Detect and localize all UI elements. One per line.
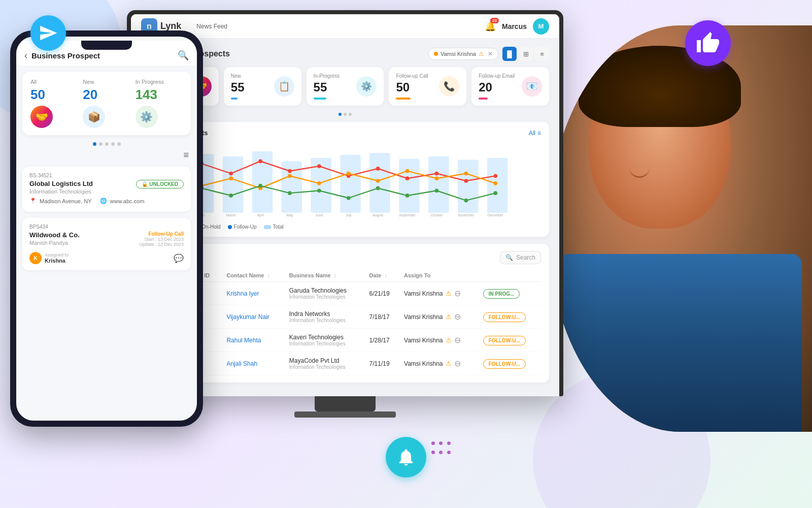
phone-dot-3[interactable]: [105, 142, 109, 146]
dot-2: [439, 441, 443, 445]
stat-new[interactable]: New 55 📋: [224, 67, 301, 106]
svg-point-34: [258, 160, 262, 164]
chart-filter-button[interactable]: All ≡: [529, 130, 541, 137]
sort-business[interactable]: ↕: [334, 273, 336, 278]
row-1-biz-name[interactable]: Garuda Technologies: [289, 287, 361, 294]
sort-date[interactable]: ↕: [385, 273, 387, 278]
phone-item-2-sub: Manish Pandya: [29, 240, 80, 246]
svg-point-57: [229, 194, 233, 198]
svg-point-53: [464, 172, 468, 176]
row-1-assign-cell: Vamsi Krishna ⚠ ⊖: [404, 289, 475, 298]
row-4-warning: ⚠: [446, 360, 452, 367]
table-row[interactable]: 4 BPS126 Anjali Shah MayaCode Pvt Ltd In…: [149, 352, 541, 375]
phone-filter-icon[interactable]: ≡: [183, 150, 189, 161]
location-icon: 📍: [29, 198, 37, 204]
nav-item-news-feed[interactable]: News Feed: [196, 21, 227, 32]
row-2-biz-name[interactable]: Indra Networks: [289, 310, 361, 318]
row-2-assign: Vamsi Krishna ⚠ ⊖: [400, 305, 479, 329]
notification-badge: 23: [490, 18, 499, 23]
row-4-contact[interactable]: Anjali Shah: [222, 352, 285, 375]
svg-text:March: March: [226, 213, 236, 217]
row-2-status: FOLLOW-U...: [479, 305, 541, 329]
filter-chip-close[interactable]: ✕: [488, 50, 493, 57]
bell-icon-bottom[interactable]: [386, 437, 426, 478]
phone-list-item-1[interactable]: BS-34521 Global Logistics Ltd Informatio…: [22, 167, 191, 212]
svg-text:October: October: [430, 213, 443, 217]
carousel-dot-1[interactable]: [339, 113, 342, 116]
view-grid[interactable]: ⊞: [519, 47, 533, 61]
filter-chip[interactable]: Vamsi Krishna ⚠ ✕: [428, 48, 498, 60]
stat-inprogress-left: In-Progress 55: [314, 73, 340, 100]
phone-back-button[interactable]: ‹: [24, 50, 27, 61]
row-1-contact[interactable]: Krishna Iyer: [222, 282, 285, 305]
stat-inprogress-label: In-Progress: [314, 73, 340, 79]
phone-item-1-sub: Information Technologies: [29, 188, 93, 195]
phone-dot-2[interactable]: [99, 142, 103, 146]
stat-followup-call-bar: [396, 98, 411, 100]
row-4-minus[interactable]: ⊖: [454, 359, 461, 368]
legend-onhold-label: On-Hold: [201, 224, 220, 230]
stat-followup-email[interactable]: Follow-up Email 20 📧: [471, 67, 549, 106]
table-row[interactable]: 1 BPS123 Krishna Iyer Garuda Technologie…: [149, 282, 541, 305]
sort-contact[interactable]: ↕: [267, 273, 269, 278]
carousel-dot-3[interactable]: [349, 113, 352, 116]
svg-point-58: [258, 184, 262, 188]
stat-inprogress[interactable]: In-Progress 55 ⚙️: [307, 67, 384, 106]
view-bar-chart[interactable]: ▐▌: [502, 47, 517, 61]
row-3-biz-name[interactable]: Kaveri Technologies: [289, 334, 361, 341]
phone-stat-inprogress-label: In Progress: [136, 79, 183, 85]
svg-text:July: July: [346, 213, 352, 217]
thumbsup-icon: [685, 20, 731, 66]
phone-list-item-2[interactable]: BPS434 Wildwood & Co. Manish Pandya Foll…: [22, 218, 191, 270]
view-list[interactable]: ≡: [535, 47, 549, 61]
row-2-contact[interactable]: Vijaykumar Nair: [222, 305, 285, 329]
svg-point-60: [317, 188, 321, 193]
row-2-minus[interactable]: ⊖: [454, 312, 461, 322]
app-header-right: 🔔 23 Marcus M: [485, 18, 549, 35]
row-3-status: FOLLOW-U...: [479, 329, 541, 352]
phone-dot-4[interactable]: [111, 142, 115, 146]
row-3-contact[interactable]: Rahul Mehta: [222, 329, 285, 352]
svg-point-47: [288, 174, 292, 178]
svg-rect-16: [428, 156, 449, 213]
svg-text:June: June: [316, 213, 323, 217]
phone-item-2-dates: Start : 13 Dec 2023 Update : 12 Dec 2023: [139, 237, 184, 247]
phone-stat-inprogress: In Progress 143 ⚙️: [136, 79, 183, 128]
app-name: Lynk: [160, 21, 181, 31]
legend-total: Total: [264, 224, 284, 230]
row-4-biz-name[interactable]: MayaCode Pvt Ltd: [289, 357, 361, 364]
dot-4: [431, 451, 435, 454]
table-header: Prospects Status 🔍 Search: [149, 251, 541, 264]
phone-search-button[interactable]: 🔍: [178, 50, 189, 61]
svg-point-50: [376, 179, 380, 183]
row-1-minus[interactable]: ⊖: [454, 289, 461, 298]
table-search[interactable]: 🔍 Search: [500, 251, 541, 264]
svg-point-39: [405, 176, 410, 180]
phone-item-2-chat-icon[interactable]: 💬: [174, 253, 184, 263]
table-row[interactable]: 3 BPS13 Rahul Mehta Kaveri Technologies …: [149, 329, 541, 352]
desktop-base: [294, 411, 396, 418]
stat-new-icon: 📋: [274, 76, 294, 97]
row-2-assign-name: Vamsi Krishna: [404, 313, 443, 321]
stat-new-left: New 55: [231, 73, 245, 100]
phone-dot-1[interactable]: [93, 142, 96, 146]
table-row[interactable]: 2 BPS124 Vijaykumar Nair Indra Networks …: [149, 305, 541, 329]
phone-dot-5[interactable]: [117, 142, 121, 146]
phone-carousel-dots: [16, 142, 197, 146]
col-status: [479, 269, 541, 282]
phone-item-2-assignee: Krishna: [45, 258, 69, 264]
svg-text:December: December: [488, 213, 504, 217]
phone-stat-new-icon: 📦: [83, 106, 105, 128]
stat-followup-call[interactable]: Follow-up Call 50 📞: [389, 67, 466, 106]
svg-point-61: [347, 196, 351, 200]
view-icons: ▐▌ ⊞ ≡: [502, 47, 549, 61]
row-3-minus[interactable]: ⊖: [454, 335, 461, 345]
phone-title: Business Prospect: [31, 51, 178, 60]
row-3-assign: Vamsi Krishna ⚠ ⊖: [400, 329, 479, 352]
phone-screen: ‹ Business Prospect 🔍 All 50 🤝 New 20 📦 …: [16, 37, 197, 421]
carousel-dot-2[interactable]: [344, 113, 347, 116]
notification-bell[interactable]: 🔔 23: [485, 21, 496, 32]
phone-stat-new-label: New: [83, 79, 130, 85]
svg-rect-12: [311, 158, 331, 213]
row-2-assign-cell: Vamsi Krishna ⚠ ⊖: [404, 312, 475, 322]
